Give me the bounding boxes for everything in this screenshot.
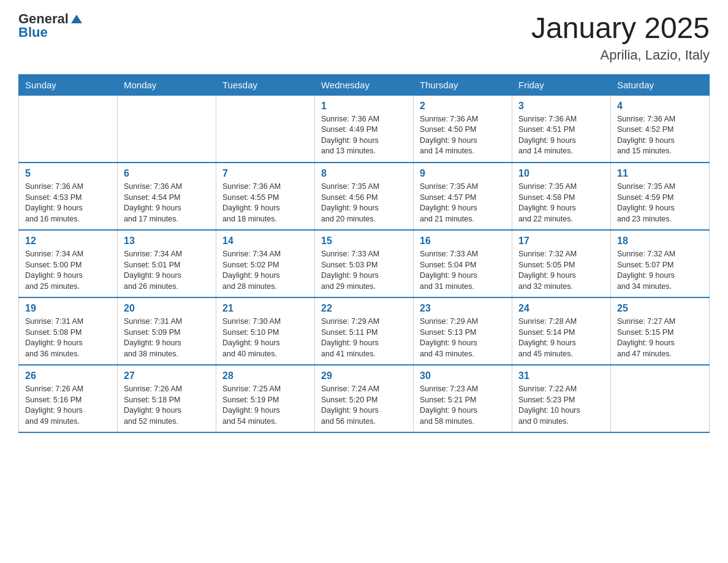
day-number: 20 xyxy=(124,303,210,314)
day-info: Sunrise: 7:31 AM Sunset: 5:08 PM Dayligh… xyxy=(25,316,111,359)
calendar-cell: 10Sunrise: 7:35 AM Sunset: 4:58 PM Dayli… xyxy=(512,163,611,230)
calendar-cell: 25Sunrise: 7:27 AM Sunset: 5:15 PM Dayli… xyxy=(611,297,710,365)
calendar-cell: 30Sunrise: 7:23 AM Sunset: 5:21 PM Dayli… xyxy=(414,365,512,432)
calendar-cell: 13Sunrise: 7:34 AM Sunset: 5:01 PM Dayli… xyxy=(118,230,216,297)
day-info: Sunrise: 7:25 AM Sunset: 5:19 PM Dayligh… xyxy=(222,384,308,427)
day-number: 1 xyxy=(321,101,407,112)
calendar-week-row: 26Sunrise: 7:26 AM Sunset: 5:16 PM Dayli… xyxy=(19,365,710,432)
header: General Blue January 2025 Aprilia, Lazio… xyxy=(18,12,710,63)
day-info: Sunrise: 7:32 AM Sunset: 5:07 PM Dayligh… xyxy=(617,249,703,292)
day-info: Sunrise: 7:26 AM Sunset: 5:16 PM Dayligh… xyxy=(25,384,111,427)
day-number: 15 xyxy=(321,236,407,247)
weekday-header-wednesday: Wednesday xyxy=(315,74,414,95)
calendar-cell: 12Sunrise: 7:34 AM Sunset: 5:00 PM Dayli… xyxy=(19,230,118,297)
day-number: 26 xyxy=(25,370,111,381)
day-number: 21 xyxy=(222,303,308,314)
calendar-cell: 23Sunrise: 7:29 AM Sunset: 5:13 PM Dayli… xyxy=(414,297,512,365)
day-number: 24 xyxy=(518,303,604,314)
calendar-cell xyxy=(216,95,315,163)
calendar-cell: 1Sunrise: 7:36 AM Sunset: 4:49 PM Daylig… xyxy=(315,95,414,163)
calendar-cell: 11Sunrise: 7:35 AM Sunset: 4:59 PM Dayli… xyxy=(611,163,710,230)
calendar-cell: 4Sunrise: 7:36 AM Sunset: 4:52 PM Daylig… xyxy=(611,95,710,163)
day-number: 5 xyxy=(25,168,111,179)
calendar-cell: 17Sunrise: 7:32 AM Sunset: 5:05 PM Dayli… xyxy=(512,230,611,297)
day-number: 27 xyxy=(124,370,210,381)
day-info: Sunrise: 7:33 AM Sunset: 5:03 PM Dayligh… xyxy=(321,249,407,292)
calendar-cell: 16Sunrise: 7:33 AM Sunset: 5:04 PM Dayli… xyxy=(414,230,512,297)
calendar-subtitle: Aprilia, Lazio, Italy xyxy=(531,47,710,63)
calendar-cell: 27Sunrise: 7:26 AM Sunset: 5:18 PM Dayli… xyxy=(118,365,216,432)
day-number: 13 xyxy=(124,236,210,247)
day-number: 8 xyxy=(321,168,407,179)
calendar-cell: 14Sunrise: 7:34 AM Sunset: 5:02 PM Dayli… xyxy=(216,230,315,297)
day-info: Sunrise: 7:23 AM Sunset: 5:21 PM Dayligh… xyxy=(420,384,506,427)
day-info: Sunrise: 7:35 AM Sunset: 4:56 PM Dayligh… xyxy=(321,182,407,224)
weekday-header-thursday: Thursday xyxy=(414,74,512,95)
day-number: 31 xyxy=(518,370,604,381)
calendar-cell: 6Sunrise: 7:36 AM Sunset: 4:54 PM Daylig… xyxy=(118,163,216,230)
day-info: Sunrise: 7:28 AM Sunset: 5:14 PM Dayligh… xyxy=(518,316,604,359)
day-info: Sunrise: 7:35 AM Sunset: 4:59 PM Dayligh… xyxy=(617,182,703,224)
day-number: 6 xyxy=(124,168,210,179)
logo-triangle-icon xyxy=(70,12,83,26)
day-info: Sunrise: 7:34 AM Sunset: 5:02 PM Dayligh… xyxy=(222,249,308,292)
day-info: Sunrise: 7:31 AM Sunset: 5:09 PM Dayligh… xyxy=(124,316,210,359)
logo-blue-text: Blue xyxy=(18,25,48,40)
calendar-week-row: 12Sunrise: 7:34 AM Sunset: 5:00 PM Dayli… xyxy=(19,230,710,297)
calendar-week-row: 19Sunrise: 7:31 AM Sunset: 5:08 PM Dayli… xyxy=(19,297,710,365)
day-number: 30 xyxy=(420,370,506,381)
day-info: Sunrise: 7:27 AM Sunset: 5:15 PM Dayligh… xyxy=(617,316,703,359)
day-info: Sunrise: 7:36 AM Sunset: 4:55 PM Dayligh… xyxy=(222,182,308,224)
day-number: 12 xyxy=(25,236,111,247)
day-info: Sunrise: 7:36 AM Sunset: 4:53 PM Dayligh… xyxy=(25,182,111,224)
calendar-cell: 3Sunrise: 7:36 AM Sunset: 4:51 PM Daylig… xyxy=(512,95,611,163)
day-info: Sunrise: 7:24 AM Sunset: 5:20 PM Dayligh… xyxy=(321,384,407,427)
day-number: 25 xyxy=(617,303,703,314)
day-number: 11 xyxy=(617,168,703,179)
day-number: 23 xyxy=(420,303,506,314)
calendar-cell: 22Sunrise: 7:29 AM Sunset: 5:11 PM Dayli… xyxy=(315,297,414,365)
calendar-cell xyxy=(118,95,216,163)
day-number: 7 xyxy=(222,168,308,179)
logo-general-text: General xyxy=(18,12,69,26)
day-number: 29 xyxy=(321,370,407,381)
day-number: 18 xyxy=(617,236,703,247)
day-info: Sunrise: 7:36 AM Sunset: 4:52 PM Dayligh… xyxy=(617,114,703,157)
svg-marker-0 xyxy=(71,15,82,23)
day-info: Sunrise: 7:36 AM Sunset: 4:49 PM Dayligh… xyxy=(321,114,407,157)
calendar-cell: 7Sunrise: 7:36 AM Sunset: 4:55 PM Daylig… xyxy=(216,163,315,230)
day-info: Sunrise: 7:34 AM Sunset: 5:01 PM Dayligh… xyxy=(124,249,210,292)
day-info: Sunrise: 7:29 AM Sunset: 5:11 PM Dayligh… xyxy=(321,316,407,359)
day-info: Sunrise: 7:32 AM Sunset: 5:05 PM Dayligh… xyxy=(518,249,604,292)
day-info: Sunrise: 7:26 AM Sunset: 5:18 PM Dayligh… xyxy=(124,384,210,427)
day-number: 19 xyxy=(25,303,111,314)
day-number: 2 xyxy=(420,101,506,112)
day-number: 3 xyxy=(518,101,604,112)
calendar-cell xyxy=(19,95,118,163)
day-info: Sunrise: 7:35 AM Sunset: 4:58 PM Dayligh… xyxy=(518,182,604,224)
day-number: 17 xyxy=(518,236,604,247)
day-info: Sunrise: 7:30 AM Sunset: 5:10 PM Dayligh… xyxy=(222,316,308,359)
calendar-cell: 31Sunrise: 7:22 AM Sunset: 5:23 PM Dayli… xyxy=(512,365,611,432)
day-info: Sunrise: 7:22 AM Sunset: 5:23 PM Dayligh… xyxy=(518,384,604,427)
calendar-cell: 21Sunrise: 7:30 AM Sunset: 5:10 PM Dayli… xyxy=(216,297,315,365)
day-number: 4 xyxy=(617,101,703,112)
day-number: 16 xyxy=(420,236,506,247)
weekday-header-tuesday: Tuesday xyxy=(216,74,315,95)
logo: General Blue xyxy=(18,12,83,39)
day-number: 10 xyxy=(518,168,604,179)
calendar-week-row: 5Sunrise: 7:36 AM Sunset: 4:53 PM Daylig… xyxy=(19,163,710,230)
day-number: 28 xyxy=(222,370,308,381)
weekday-header-sunday: Sunday xyxy=(19,74,118,95)
day-info: Sunrise: 7:34 AM Sunset: 5:00 PM Dayligh… xyxy=(25,249,111,292)
day-info: Sunrise: 7:35 AM Sunset: 4:57 PM Dayligh… xyxy=(420,182,506,224)
calendar-cell: 24Sunrise: 7:28 AM Sunset: 5:14 PM Dayli… xyxy=(512,297,611,365)
calendar-cell xyxy=(611,365,710,432)
day-info: Sunrise: 7:36 AM Sunset: 4:51 PM Dayligh… xyxy=(518,114,604,157)
calendar-cell: 9Sunrise: 7:35 AM Sunset: 4:57 PM Daylig… xyxy=(414,163,512,230)
day-info: Sunrise: 7:29 AM Sunset: 5:13 PM Dayligh… xyxy=(420,316,506,359)
day-info: Sunrise: 7:36 AM Sunset: 4:54 PM Dayligh… xyxy=(124,182,210,224)
calendar-cell: 28Sunrise: 7:25 AM Sunset: 5:19 PM Dayli… xyxy=(216,365,315,432)
weekday-header-row: SundayMondayTuesdayWednesdayThursdayFrid… xyxy=(19,74,710,95)
calendar-cell: 5Sunrise: 7:36 AM Sunset: 4:53 PM Daylig… xyxy=(19,163,118,230)
